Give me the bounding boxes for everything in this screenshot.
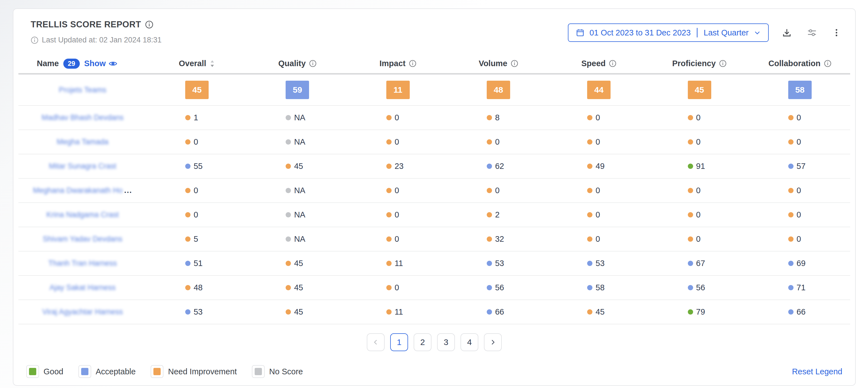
score-badge[interactable]: 58 bbox=[788, 81, 812, 99]
legend-item-no-score[interactable]: No Score bbox=[252, 365, 303, 378]
info-icon[interactable] bbox=[409, 60, 416, 67]
status-dot bbox=[688, 261, 693, 266]
status-dot bbox=[286, 261, 291, 266]
legend-swatch bbox=[29, 368, 36, 375]
row-name-link[interactable]: Mitar Sunagra Crast bbox=[19, 162, 147, 171]
info-icon[interactable] bbox=[609, 60, 616, 67]
show-names-button[interactable]: Show bbox=[84, 59, 117, 68]
legend-label: Need Improvement bbox=[168, 367, 237, 376]
status-dot bbox=[185, 236, 190, 242]
score-cell-collaboration: 0 bbox=[750, 186, 850, 195]
score-cell-speed: 0 bbox=[549, 113, 649, 122]
row-name-link[interactable]: Projets Teams bbox=[19, 86, 147, 94]
score-cell-overall: 1 bbox=[147, 113, 247, 122]
score-badge[interactable]: 44 bbox=[587, 81, 611, 99]
score-value: 0 bbox=[696, 137, 701, 147]
score-value: 32 bbox=[495, 235, 504, 244]
status-dot bbox=[788, 236, 794, 242]
score-badge[interactable]: 45 bbox=[185, 81, 209, 99]
status-dot bbox=[487, 188, 492, 193]
score-value-group: 45 bbox=[587, 307, 611, 317]
row-name-link[interactable]: Viraj Agyachtar Harness bbox=[19, 308, 147, 316]
score-badge[interactable]: 45 bbox=[688, 81, 711, 99]
score-cell-quality: 45 bbox=[247, 307, 347, 317]
score-value: 0 bbox=[696, 186, 701, 195]
score-cell-volume: 0 bbox=[448, 186, 549, 195]
score-cell-quality: NA bbox=[247, 235, 347, 244]
pagination-page-3[interactable]: 3 bbox=[437, 333, 455, 351]
kebab-menu-button[interactable] bbox=[830, 26, 843, 40]
score-cell-proficiency: 0 bbox=[649, 235, 749, 244]
row-name-link[interactable]: Shivam Yadav Devdans bbox=[19, 235, 147, 243]
score-value-group: NA bbox=[286, 113, 309, 122]
legend-item-need-improvement[interactable]: Need Improvement bbox=[151, 365, 237, 378]
score-badge[interactable]: 59 bbox=[286, 81, 309, 99]
row-name-text: Shivam Yadav Devdans bbox=[43, 235, 122, 243]
row-name-link[interactable]: Madhav Bhash Devdans bbox=[19, 113, 147, 122]
score-value: 0 bbox=[495, 137, 500, 147]
info-icon[interactable] bbox=[719, 60, 726, 67]
score-value-group: 0 bbox=[386, 113, 410, 122]
report-topbar: TRELLIS SCORE REPORT Last Updated at: 02… bbox=[19, 17, 850, 44]
info-icon[interactable] bbox=[309, 60, 317, 67]
date-preset-text: Last Quarter bbox=[704, 28, 749, 37]
row-name-link[interactable]: Krina Nadgama Crast bbox=[19, 210, 147, 219]
score-cell-quality: 45 bbox=[247, 259, 347, 268]
table-header-row: Name 29 Show OverallQualityImpactVolumeS… bbox=[19, 54, 850, 74]
score-badge[interactable]: 48 bbox=[487, 81, 510, 99]
status-dot bbox=[386, 115, 392, 120]
score-value: NA bbox=[294, 137, 305, 147]
status-dot bbox=[386, 139, 392, 145]
score-cell-quality: 59 bbox=[247, 81, 347, 99]
score-value: 11 bbox=[395, 307, 403, 317]
pagination-page-1[interactable]: 1 bbox=[390, 333, 408, 351]
status-dot bbox=[587, 115, 592, 120]
score-value: 0 bbox=[193, 186, 198, 195]
score-value: 45 bbox=[294, 307, 303, 317]
column-label: Impact bbox=[379, 59, 405, 68]
score-value-group: 57 bbox=[788, 161, 812, 171]
score-value-group: 91 bbox=[688, 161, 711, 171]
info-icon[interactable] bbox=[824, 60, 832, 67]
pagination-page-4[interactable]: 4 bbox=[461, 333, 478, 351]
table-row: Ajay Sakat Harness4845056585671 bbox=[19, 276, 850, 300]
legend-item-good[interactable]: Good bbox=[26, 365, 63, 378]
title-info-icon[interactable] bbox=[145, 20, 153, 29]
score-value: 55 bbox=[193, 161, 203, 171]
score-value: NA bbox=[294, 186, 305, 195]
legend-swatch bbox=[255, 368, 262, 375]
score-cell-volume: 32 bbox=[448, 235, 549, 244]
date-range-picker[interactable]: 01 Oct 2023 to 31 Dec 2023 Last Quarter bbox=[568, 24, 769, 42]
column-settings-button[interactable] bbox=[805, 26, 819, 40]
row-name-link[interactable]: Thanh Tran Harness bbox=[19, 259, 147, 268]
status-dot bbox=[487, 212, 492, 217]
download-button[interactable] bbox=[780, 26, 794, 40]
name-count-badge: 29 bbox=[63, 59, 80, 69]
score-cell-volume: 8 bbox=[448, 113, 549, 122]
score-value-group: 0 bbox=[587, 113, 611, 122]
legend-chip bbox=[26, 365, 39, 378]
legend-chip bbox=[151, 365, 163, 378]
info-icon[interactable] bbox=[511, 60, 518, 67]
row-name-link[interactable]: Ajay Sakat Harness bbox=[19, 283, 147, 292]
column-header-overall[interactable]: Overall bbox=[147, 59, 247, 68]
score-cell-collaboration: 58 bbox=[750, 81, 850, 99]
row-name-link[interactable]: Meghana Dwarakanath Ho... bbox=[19, 186, 147, 195]
reset-legend-link[interactable]: Reset Legend bbox=[792, 367, 842, 376]
status-dot bbox=[286, 163, 291, 169]
name-truncation-ellipsis: ... bbox=[124, 186, 132, 195]
score-value: 5 bbox=[193, 235, 198, 244]
pagination-prev-button[interactable] bbox=[367, 333, 384, 351]
pagination-next-button[interactable] bbox=[484, 333, 502, 351]
pagination-page-2[interactable]: 2 bbox=[414, 333, 432, 351]
row-name-link[interactable]: Megha Tamada bbox=[19, 138, 147, 146]
score-table: Name 29 Show OverallQualityImpactVolumeS… bbox=[19, 54, 850, 324]
status-dot bbox=[185, 212, 190, 217]
score-value: 0 bbox=[193, 137, 198, 147]
sort-icon[interactable] bbox=[210, 59, 215, 68]
status-dot bbox=[185, 309, 190, 315]
score-badge[interactable]: 11 bbox=[386, 81, 410, 99]
legend-item-acceptable[interactable]: Acceptable bbox=[79, 365, 136, 378]
score-cell-overall: 5 bbox=[147, 235, 247, 244]
status-dot bbox=[788, 212, 794, 217]
